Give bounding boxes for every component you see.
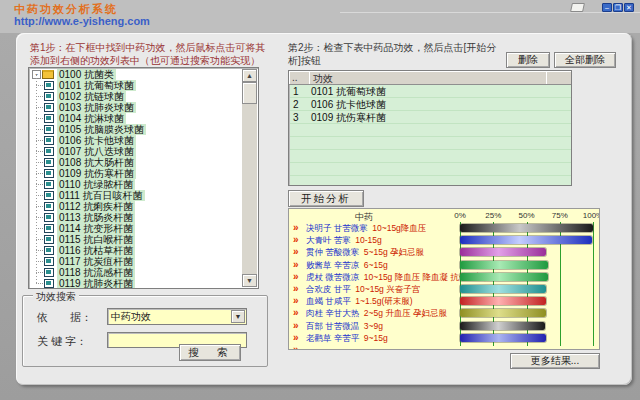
tree-item-label[interactable]: 0103 抗肺炎球菌 (57, 102, 136, 113)
site-url-link[interactable]: http://www.e-yisheng.com (14, 15, 150, 27)
chart-row[interactable]: » 肉桂 辛甘大热 2~5g 升血压 孕妇忌服 (289, 307, 599, 319)
percentage-bar (460, 285, 546, 293)
herb-name: 合欢皮 甘平 (306, 284, 353, 294)
chart-row[interactable]: » 决明子 甘苦微寒 10~15g降血压 (289, 222, 599, 234)
document-icon (44, 136, 54, 145)
row-number: 2 (289, 99, 309, 110)
tree-item-label[interactable]: 0104 抗淋球菌 (57, 113, 126, 124)
percentage-bar (460, 297, 546, 305)
percentage-bar (460, 248, 546, 256)
tree-connector (36, 283, 43, 284)
herb-name: 百部 甘苦微温 (306, 321, 362, 331)
tree-item[interactable]: 0104 抗淋球菌 (36, 113, 242, 124)
chart-row[interactable]: » 血竭 甘咸平 1~1.5g(研末服) (289, 295, 599, 307)
search-by-select[interactable]: 中药功效 ▼ (107, 308, 247, 325)
tree-item-label[interactable]: 0105 抗脑膜炎球菌 (57, 124, 146, 135)
tree-connector (36, 239, 43, 240)
tree-item-label[interactable]: 0115 抗白喉杆菌 (57, 234, 135, 245)
herb-label: 贯仲 苦酸微寒 5~15g 孕妇忌服 (306, 248, 424, 257)
more-herbs-row[interactable]: »...... (289, 344, 599, 350)
chart-row[interactable]: » 合欢皮 甘平 10~15g 兴奋子宫 (289, 283, 599, 295)
chart-row[interactable]: » 老鹳草 辛苦平 9~15g (289, 332, 599, 344)
row-arrow-icon: » (293, 321, 298, 331)
tree-item-label[interactable]: 0118 抗流感杆菌 (57, 267, 135, 278)
tree-item[interactable]: 0107 抗八迭球菌 (36, 146, 242, 157)
efficacy-tree[interactable]: - 0100 抗菌类 0101 抗葡萄球菌 0102 抗链球菌 0103 抗肺炎… (28, 67, 259, 289)
tree-item-label[interactable]: 0119 抗肺炎杆菌 (57, 278, 135, 288)
tree-item-label[interactable]: 0110 抗绿脓杆菌 (57, 179, 135, 190)
tree-item[interactable]: 0103 抗肺炎球菌 (36, 102, 242, 113)
scroll-up-icon[interactable]: ▲ (242, 69, 257, 82)
scrollbar-thumb[interactable] (242, 82, 257, 104)
document-icon (44, 114, 54, 123)
herb-name: 血竭 甘咸平 (306, 296, 353, 306)
column-header-no: .. (292, 72, 298, 83)
more-results-button[interactable]: 更多结果... (510, 353, 600, 369)
skin-icon[interactable] (570, 3, 585, 12)
percentage-bar (460, 273, 548, 281)
scroll-down-icon[interactable]: ▼ (242, 274, 257, 287)
folder-icon (42, 70, 54, 79)
tree-item-label[interactable]: 0112 抗痢疾杆菌 (57, 201, 135, 212)
tree-item[interactable]: 0111 抗百日咳杆菌 (36, 190, 242, 201)
tree-item[interactable]: 0119 抗肺炎杆菌 (36, 278, 242, 288)
column-divider[interactable] (309, 72, 310, 84)
tree-root-row[interactable]: - 0100 抗菌类 (30, 69, 242, 80)
tree-item-label[interactable]: 0107 抗八迭球菌 (57, 146, 136, 157)
tree-item-label[interactable]: 0117 抗炭疽杆菌 (57, 256, 135, 267)
herb-name: 败酱草 辛苦凉 (306, 260, 362, 270)
table-row[interactable]: 1 0101 抗葡萄球菌 (289, 85, 571, 98)
tree-item[interactable]: 0117 抗炭疽杆菌 (36, 256, 242, 267)
tree-item[interactable]: 0101 抗葡萄球菌 (36, 80, 242, 91)
tree-item[interactable]: 0110 抗绿脓杆菌 (36, 179, 242, 190)
selected-efficacy-table[interactable]: .. 功效 1 0101 抗葡萄球菌 2 0106 抗卡他球菌 3 0109 抗… (288, 70, 572, 186)
herb-note: 10-15g (355, 235, 381, 245)
tree-connector (36, 184, 43, 185)
chart-row[interactable]: » 贯仲 苦酸微寒 5~15g 孕妇忌服 (289, 246, 599, 258)
column-divider[interactable] (546, 72, 547, 84)
tree-item[interactable]: 0105 抗脑膜炎球菌 (36, 124, 242, 135)
herb-label: 大青叶 苦寒 10-15g (306, 236, 382, 245)
tree-item[interactable]: 0116 抗枯草杆菌 (36, 245, 242, 256)
tree-root-label[interactable]: 0100 抗菌类 (57, 69, 116, 80)
tree-item[interactable]: 0114 抗变形杆菌 (36, 223, 242, 234)
document-icon (44, 224, 54, 233)
step1-instructions: 第1步：在下框中找到中药功效，然后鼠标点击可将其 添加到右侧的功效列表中（也可通… (30, 41, 266, 67)
document-icon (44, 103, 54, 112)
tree-item-label[interactable]: 0101 抗葡萄球菌 (57, 80, 136, 91)
chart-row[interactable]: » 虎杖 微苦微凉 10~15g 降血压 降血凝 抗钩端螺旋体* (289, 271, 599, 283)
tree-connector (36, 140, 43, 141)
tree-item-label[interactable]: 0108 抗大肠杆菌 (57, 157, 136, 168)
tree-item-label[interactable]: 0116 抗枯草杆菌 (57, 245, 135, 256)
minimize-button[interactable]: – (602, 3, 612, 12)
tree-item[interactable]: 0102 抗链球菌 (36, 91, 242, 102)
tree-item[interactable]: 0115 抗白喉杆菌 (36, 234, 242, 245)
tree-item[interactable]: 0109 抗伤寒杆菌 (36, 168, 242, 179)
chart-row[interactable]: » 百部 甘苦微温 3~9g (289, 320, 599, 332)
delete-all-button[interactable]: 全部删除 (554, 52, 616, 68)
tree-scrollbar[interactable]: ▲ ▼ (242, 69, 257, 287)
tree-item[interactable]: 0112 抗痢疾杆菌 (36, 201, 242, 212)
chevron-down-icon[interactable]: ▼ (231, 310, 245, 323)
tree-item[interactable]: 0118 抗流感杆菌 (36, 267, 242, 278)
herb-note: 6~15g (364, 260, 388, 270)
search-button[interactable]: 搜 索 (179, 344, 241, 361)
chart-row[interactable]: » 大青叶 苦寒 10-15g (289, 234, 599, 246)
start-analysis-button[interactable]: 开始分析 (288, 190, 364, 207)
tree-item-label[interactable]: 0109 抗伤寒杆菌 (57, 168, 136, 179)
tree-item-label[interactable]: 0111 抗百日咳杆菌 (57, 190, 145, 201)
tree-item[interactable]: 0113 抗肠炎杆菌 (36, 212, 242, 223)
tree-item[interactable]: 0106 抗卡他球菌 (36, 135, 242, 146)
delete-button[interactable]: 删除 (506, 52, 550, 68)
restore-button[interactable]: ❐ (613, 3, 623, 12)
herb-label: 百部 甘苦微温 3~9g (306, 322, 383, 331)
tree-item-label[interactable]: 0114 抗变形杆菌 (57, 223, 135, 234)
tree-item-label[interactable]: 0106 抗卡他球菌 (57, 135, 136, 146)
chart-row[interactable]: » 败酱草 辛苦凉 6~15g (289, 259, 599, 271)
tree-item-label[interactable]: 0113 抗肠炎杆菌 (57, 212, 135, 223)
table-row[interactable]: 2 0106 抗卡他球菌 (289, 98, 571, 111)
tree-item-label[interactable]: 0102 抗链球菌 (57, 91, 126, 102)
tree-item[interactable]: 0108 抗大肠杆菌 (36, 157, 242, 168)
close-button[interactable]: ✕ (624, 3, 634, 12)
table-row[interactable]: 3 0109 抗伤寒杆菌 (289, 111, 571, 124)
